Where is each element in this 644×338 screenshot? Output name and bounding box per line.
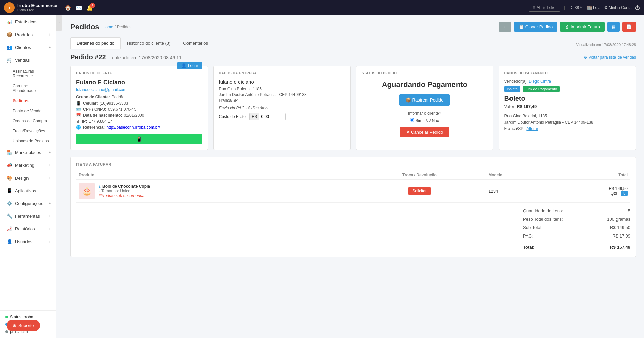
cards-row: DADOS DO CLIENTE 👤 Logar Fulano E Ciclan… (70, 66, 636, 150)
sidebar-item-relatorios[interactable]: 📈 Relatórios + (0, 222, 56, 235)
rastrear-button[interactable]: 📦 Rastrear Pedido (399, 94, 450, 106)
home-icon[interactable]: 🏠 (65, 5, 71, 11)
ticket-button[interactable]: ⊕ Abrir Ticket (529, 4, 560, 12)
sidebar-item-aplicativos[interactable]: 📱 Aplicativos (0, 184, 56, 197)
tab-comentarios[interactable]: Comentários (177, 37, 214, 49)
tab-detalhes[interactable]: Detalhes do pedido (70, 37, 121, 49)
design-icon: 🎨 (6, 175, 12, 181)
chevron-right-icon: + (49, 151, 51, 154)
status-text: Aguardando Pagamento (362, 80, 488, 89)
ticket-icon: ⊕ (532, 5, 536, 10)
brand-name: Irroba E-commerce (17, 3, 57, 8)
sidebar-item-clientes[interactable]: 👥 Clientes + (0, 41, 56, 54)
topnav-right: ⊕ Abrir Ticket | ID: 3876 🏬 Loja ⚙ Minha… (529, 4, 640, 12)
clone-icon: 📋 (519, 24, 525, 29)
loja-button[interactable]: 🏬 Loja (587, 5, 601, 10)
frete-prefix: R$ (249, 113, 259, 120)
boleto-badge: Boleto (504, 86, 520, 92)
radio-nao[interactable] (426, 118, 431, 122)
items-section: ITENS A FATURAR Produto Troca / Devoluçã… (70, 157, 636, 257)
mail-icon[interactable]: ✉️ (75, 5, 82, 11)
print-button[interactable]: 🖨 Imprimir Fatura (560, 22, 605, 32)
breadcrumb-home[interactable]: Home (103, 25, 113, 29)
conta-button[interactable]: ⚙ Minha Conta (604, 5, 632, 10)
payment-method: Boleto (504, 95, 631, 103)
status-card: STATUS DO PEDIDO Aguardando Pagamento 📦 … (356, 66, 493, 150)
customer-ref: 🌐 Referência: http://baseconh.irroba.com… (76, 125, 202, 130)
sidebar-sub-pontovenda[interactable]: Ponto de Venda (0, 106, 56, 116)
sidebar-sub-troca[interactable]: Troca/Devoluções (0, 126, 56, 136)
tabs-bar: Detalhes do pedido Histórico do cliente … (70, 37, 636, 49)
alterar-link[interactable]: Alterar (526, 126, 538, 131)
delivery-shipping: Envio via PAC - 8 dias úteis (219, 106, 345, 110)
breadcrumb-sep: / (115, 25, 116, 29)
sidebar-item-marketing[interactable]: 📣 Marketing + (0, 159, 56, 172)
stats-icon: 📊 (6, 19, 12, 24)
customer-ref-link[interactable]: http://baseconh.irroba.com.br/ (106, 125, 160, 130)
frete-input[interactable] (259, 113, 286, 120)
tab-historico[interactable]: Histórico do cliente (3) (121, 37, 177, 49)
sidebar-item-design[interactable]: 🎨 Design + (0, 172, 56, 184)
customer-group: Grupo de Cliente: Padrão (76, 95, 202, 99)
sidebar-sub-uploads[interactable]: Uploads de Pedidos (0, 136, 56, 146)
chevron-right-icon: + (49, 227, 51, 231)
delivery-card-title: DADOS DA ENTREGA (219, 71, 345, 75)
radio-sim-label[interactable]: Sim (410, 118, 422, 123)
notification-badge: 2 (90, 3, 95, 8)
gear-icon: ⚙ (604, 5, 608, 10)
solicitar-button[interactable]: Solicitar (408, 187, 431, 195)
sidebar-sub-carrinho[interactable]: Carrinho Abandonado (0, 81, 56, 96)
back-button[interactable]: ← (499, 22, 511, 32)
sidebar-sub-ordens[interactable]: Ordens de Compra (0, 116, 56, 126)
breadcrumb: Home / Pedidos (103, 25, 132, 29)
sidebar-item-configuracoes[interactable]: ⚙️ Configurações + (0, 197, 56, 210)
sidebar-item-vendas[interactable]: 🛒 Vendas − (0, 54, 56, 66)
sidebar-item-usuarios[interactable]: 👤 Usuários + (0, 235, 56, 248)
whatsapp-button[interactable]: 📱 (76, 134, 202, 144)
chevron-right-icon: + (49, 33, 51, 37)
info-icon: ℹ (99, 184, 101, 189)
pdf-button[interactable]: 📄 (622, 22, 636, 32)
brand-plan: Plano Free (17, 8, 57, 12)
settings-icon: ⚙ (584, 55, 588, 60)
power-icon[interactable]: ⏻ (635, 5, 640, 11)
sidebar-item-marketplaces[interactable]: 🏪 Marketplaces + (0, 146, 56, 159)
summary-subtotal: Sub-Total: R$ 149,50 (523, 223, 630, 232)
payment-card-title: DADOS DO PAGAMENTO (504, 71, 631, 75)
payment-card: DADOS DO PAGAMENTO Vendedor(a): Diego Ci… (499, 66, 636, 150)
separator: | (564, 5, 565, 10)
qty-badge: 5 (621, 191, 628, 196)
chevron-right-icon: + (49, 163, 51, 167)
vendor-link[interactable]: Diego Cintra (529, 79, 551, 84)
table-row: 🎂 ℹ Bolo de Chocolate Copia - Tamanho: Ú… (76, 180, 630, 203)
radio-nao-label[interactable]: Não (426, 118, 439, 123)
product-warning: *Produto sob encomenda (99, 193, 150, 198)
payment-value: Valor: R$ 167,49 (504, 104, 631, 109)
payment-addr: Rua Gino Balerini, 1185 Jardim Doutor An… (504, 113, 631, 132)
main-layout: 📊 Estatísticas 📦 Produtos + 👥 Clientes +… (0, 15, 644, 338)
sidebar-item-produtos[interactable]: 📦 Produtos + (0, 28, 56, 41)
frete-input-group: R$ (249, 113, 285, 120)
sidebar-sub-pedidos[interactable]: Pedidos (0, 96, 56, 106)
clone-button[interactable]: 📋 Clonar Pedido (514, 22, 557, 32)
sidebar-item-estatisticas[interactable]: 📊 Estatísticas (0, 15, 56, 28)
chevron-right-icon: + (49, 240, 51, 244)
ip-icon: 🖥 (76, 119, 80, 124)
delivery-addr1: Rua Gino Balerini, 1185 (219, 87, 345, 91)
cancelar-button[interactable]: ✕ Cancelar Pedido (400, 127, 449, 137)
sidebar-sub-assinaturas[interactable]: Assinaturas Recorrente (0, 66, 56, 81)
sidebar-item-ferramentas[interactable]: 🔧 Ferramentas + (0, 210, 56, 222)
phone-icon: 📱 (76, 101, 81, 106)
grid-button[interactable]: ▦ (607, 22, 620, 32)
logar-button[interactable]: 👤 Logar (177, 62, 202, 69)
col-total: Total (550, 171, 630, 180)
delivery-city: Franca/SP (219, 98, 345, 103)
chevron-right-icon: + (49, 202, 51, 205)
notification-icon[interactable]: 🔔 2 (86, 5, 93, 11)
sidebar-toggle[interactable]: ‹ (56, 15, 62, 31)
status-irroba-link[interactable]: Status Irroba (5, 315, 51, 319)
radio-sim[interactable] (410, 118, 414, 122)
topnav-icons: 🏠 ✉️ 🔔 2 (65, 5, 93, 11)
cpf-icon: 🪪 (76, 107, 81, 112)
voltar-link[interactable]: ⚙ Voltar para lista de vendas (584, 55, 636, 60)
